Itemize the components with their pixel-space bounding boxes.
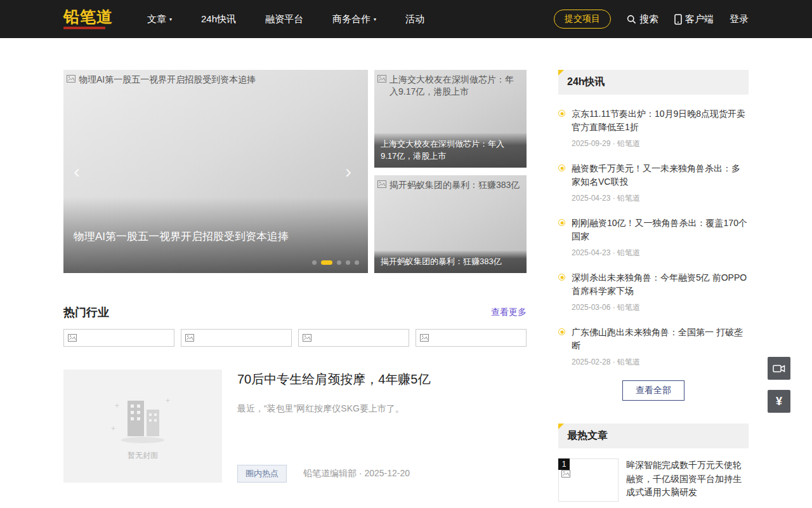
carousel-dot-active[interactable] (321, 260, 332, 265)
corner-accent (558, 70, 564, 76)
nav-item-funding-platform[interactable]: 融资平台 (265, 13, 303, 25)
news-item[interactable]: 广东佛山跑出未来独角兽：全国第一 打破垄断 2025-02-28 · 铅笔道 (558, 313, 749, 368)
carousel-dot[interactable] (355, 260, 359, 265)
news-date: 2025-02-28 · 铅笔道 (572, 357, 749, 368)
chevron-down-icon: ▾ (169, 17, 172, 22)
news-panel-header: 24h快讯 (558, 70, 749, 95)
featured-story-1[interactable]: 上海交大校友在深圳做芯片：年入9.17亿，港股上市 上海交大校友在深圳做芯片：年… (374, 70, 527, 168)
news-text: 融资数千万美元！又一未来独角兽杀出：多家知名VC联投 (572, 162, 749, 189)
broken-image-icon (377, 180, 386, 188)
hero-carousel[interactable]: 物理AI第一股五一视界开启招股受到资本追捧 物理AI第一股五一视界开启招股受到资… (63, 70, 368, 273)
client-app-button[interactable]: 客户端 (674, 13, 714, 25)
news-text: 京东11.11节奏出炉：10月9日晚8点现货开卖 官方直降低至1折 (572, 107, 749, 134)
industry-banner[interactable] (181, 329, 292, 347)
article-meta: 铅笔道编辑部 · 2025-12-20 (303, 468, 410, 479)
hot-articles-panel: 最热文章 1 眸深智能完成数千万元天使轮融资，千亿级国资平台加持生成式通用大脑研… (558, 424, 749, 502)
nav-item-24h-news[interactable]: 24h快讯 (201, 13, 236, 25)
hot-industry-section: 热门行业 查看更多 (63, 305, 527, 347)
search-icon (627, 15, 636, 24)
carousel-dot[interactable] (337, 260, 341, 265)
article-title[interactable]: 70后中专生给肩颈按摩，4年赚5亿 (237, 371, 527, 388)
news-text: 刚刚融资10亿！又一独角兽杀出：覆盖170个国家 (572, 217, 749, 243)
news-date: 2025-09-29 · 铅笔道 (572, 138, 749, 149)
svg-text:+: + (111, 424, 115, 433)
article-tag[interactable]: 圈内热点 (237, 465, 287, 483)
featured-story-2[interactable]: 揭开蚂蚁集团的暴利：狂赚383亿 揭开蚂蚁集团的暴利：狂赚383亿 (374, 175, 527, 273)
see-more-link[interactable]: 查看更多 (491, 307, 527, 318)
broken-image-icon (420, 334, 429, 342)
nav-item-business-cooperation[interactable]: 商务合作 ▾ (332, 13, 376, 25)
article-summary: 最近，“装包里”网红按摩仪SKG要上市了。 (237, 403, 527, 415)
industry-banners (63, 329, 527, 347)
carousel-dot[interactable] (312, 260, 317, 265)
industry-banner[interactable] (63, 329, 174, 347)
news-date: 2025-04-23 · 铅笔道 (572, 248, 749, 258)
news-item[interactable]: 深圳杀出未来独角兽：今年融资5亿 前OPPO首席科学家下场 2025-03-06… (558, 258, 749, 313)
bullet-icon (558, 164, 565, 171)
chevron-down-icon: ▾ (374, 17, 376, 22)
news-date: 2025-03-06 · 铅笔道 (572, 302, 749, 313)
featured-1-broken-image: 上海交大校友在深圳做芯片：年入9.17亿，港股上市 (377, 74, 521, 98)
article-cover-placeholder: + + + 暂无封面 (63, 370, 222, 483)
mobile-phone-icon (674, 14, 682, 25)
yuan-icon: ¥ (776, 395, 782, 408)
no-cover-label: 暂无封面 (128, 450, 158, 461)
view-all-button[interactable]: 查看全部 (622, 380, 684, 401)
floating-toolbar: ¥ (768, 357, 790, 413)
carousel-next-arrow[interactable]: › (345, 162, 351, 181)
video-button[interactable] (768, 357, 790, 380)
news-item[interactable]: 刚刚融资10亿！又一独角兽杀出：覆盖170个国家 2025-04-23 · 铅笔… (558, 204, 749, 258)
top-navbar: 铅笔道 文章 ▾ 24h快讯 融资平台 商务合作 ▾ 活动 提交项目 (0, 0, 812, 38)
article-list-item[interactable]: + + + 暂无封面 (63, 370, 527, 483)
carousel-broken-image: 物理AI第一股五一视界开启招股受到资本追捧 (67, 74, 363, 86)
hot-panel-header: 最热文章 (558, 424, 749, 448)
carousel-caption[interactable]: 物理AI第一股五一视界开启招股受到资本追捧 (74, 229, 358, 244)
industry-banner[interactable] (416, 329, 527, 347)
svg-text:+: + (115, 401, 119, 410)
funding-yuan-button[interactable]: ¥ (768, 390, 790, 413)
carousel-prev-arrow[interactable]: ‹ (74, 162, 80, 181)
logo-tagline (63, 27, 105, 29)
corner-accent (558, 424, 564, 429)
news-text: 深圳杀出未来独角兽：今年融资5亿 前OPPO首席科学家下场 (572, 271, 749, 298)
bullet-icon (558, 110, 565, 117)
broken-image-icon (377, 75, 386, 83)
svg-text:+: + (166, 396, 170, 405)
news-item[interactable]: 融资数千万美元！又一未来独角兽杀出：多家知名VC联投 2025-04-23 · … (558, 149, 749, 204)
nav-item-articles[interactable]: 文章 ▾ (147, 13, 172, 25)
news-text: 广东佛山跑出未来独角兽：全国第一 打破垄断 (572, 326, 749, 352)
main-nav: 文章 ▾ 24h快讯 融资平台 商务合作 ▾ 活动 (147, 13, 454, 25)
buildings-placeholder-icon: + + + (105, 392, 181, 446)
industry-banner[interactable] (298, 329, 409, 347)
news-24h-panel: 24h快讯 京东11.11节奏出炉：10月9日晚8点现货开卖 官方直降低至1折 … (558, 70, 749, 401)
hot-article-title: 眸深智能完成数千万元天使轮融资，千亿级国资平台加持生成式通用大脑研发 (626, 458, 749, 502)
rank-badge: 1 (558, 458, 570, 470)
broken-image-icon (67, 75, 75, 83)
video-camera-icon (773, 364, 785, 373)
login-button[interactable]: 登录 (730, 13, 749, 25)
news-date: 2025-04-23 · 铅笔道 (572, 193, 749, 204)
carousel-dot[interactable] (346, 260, 350, 265)
bullet-icon (558, 328, 565, 335)
logo-text: 铅笔道 (63, 8, 113, 25)
submit-project-button[interactable]: 提交项目 (554, 10, 611, 29)
broken-image-icon (561, 470, 570, 478)
carousel-dots (312, 260, 359, 265)
hot-article-item[interactable]: 1 眸深智能完成数千万元天使轮融资，千亿级国资平台加持生成式通用大脑研发 (558, 458, 749, 502)
section-title: 热门行业 (63, 305, 109, 320)
featured-1-caption: 上海交大校友在深圳做芯片：年入9.17亿，港股上市 (374, 133, 527, 168)
broken-image-icon (68, 334, 77, 342)
bullet-icon (558, 274, 565, 281)
broken-image-icon (303, 334, 311, 342)
broken-image-icon (185, 334, 194, 342)
site-logo[interactable]: 铅笔道 (63, 9, 113, 29)
featured-2-caption: 揭开蚂蚁集团的暴利：狂赚383亿 (374, 251, 527, 273)
nav-item-events[interactable]: 活动 (405, 13, 424, 25)
news-item[interactable]: 京东11.11节奏出炉：10月9日晚8点现货开卖 官方直降低至1折 2025-0… (558, 95, 749, 149)
bullet-icon (558, 219, 565, 226)
search-button[interactable]: 搜索 (627, 13, 658, 25)
featured-2-broken-image: 揭开蚂蚁集团的暴利：狂赚383亿 (377, 179, 521, 191)
